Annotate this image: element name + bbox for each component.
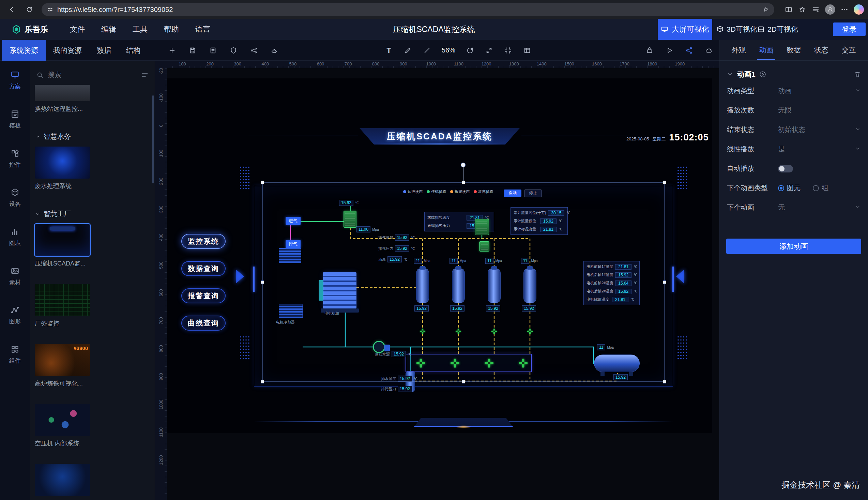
note-icon[interactable] [208, 46, 217, 55]
resource-thumbnail[interactable] [35, 224, 90, 256]
tab-数据[interactable]: 数据 [785, 40, 803, 60]
sidebar-item-设备[interactable]: 设备 [0, 178, 30, 217]
share-icon[interactable] [685, 46, 694, 55]
menu-item-3[interactable]: 帮助 [164, 24, 179, 34]
chevron-down-icon[interactable] [855, 146, 860, 153]
plus-icon[interactable] [168, 46, 176, 55]
chevron-down-icon[interactable] [855, 204, 860, 211]
fit-icon[interactable] [484, 46, 493, 55]
resource-thumbnail[interactable] [35, 464, 90, 496]
chevron-down-icon[interactable] [855, 126, 860, 133]
sidebar-item-组件[interactable]: 组件 [0, 335, 30, 374]
scada-menu-数据查询[interactable]: 数据查询 [181, 261, 226, 276]
sidebar-item-控件[interactable]: 控件 [0, 139, 30, 178]
tab-动画[interactable]: 动画 [757, 40, 775, 60]
menu-item-2[interactable]: 工具 [133, 24, 148, 34]
section-header-智慧水务[interactable]: 智慧水务 [35, 132, 155, 141]
tab-交互[interactable]: 交互 [840, 40, 858, 60]
add-animation-button[interactable]: 添加动画 [726, 239, 861, 254]
selection-rectangle[interactable] [262, 182, 664, 382]
more-icon[interactable] [840, 5, 849, 14]
tab-状态[interactable]: 状态 [812, 40, 831, 60]
scada-menu-曲线查询[interactable]: 曲线查询 [181, 316, 226, 331]
refresh-icon[interactable] [466, 46, 475, 55]
chevron-down-icon[interactable] [726, 70, 734, 78]
line-icon[interactable] [423, 46, 432, 55]
resource-thumbnail[interactable]: ¥3800 [35, 344, 90, 376]
delete-animation-icon[interactable] [854, 70, 861, 78]
shield-icon[interactable] [229, 46, 238, 55]
site-info-icon[interactable] [47, 7, 53, 13]
sidebar-item-图表[interactable]: 图表 [0, 217, 30, 257]
radio-option-图元[interactable]: 图元 [778, 183, 800, 193]
resource-item[interactable]: 厂务监控 [35, 284, 90, 328]
resource-thumbnail[interactable] [35, 147, 90, 179]
text-icon[interactable]: T [385, 46, 393, 55]
resource-tab-系统资源[interactable]: 系统资源 [2, 40, 46, 61]
selection-handle[interactable] [462, 380, 465, 384]
menu-item-1[interactable]: 编辑 [101, 24, 116, 34]
rotation-handle[interactable] [461, 162, 466, 167]
resource-thumbnail[interactable] [35, 404, 90, 436]
copilot-icon[interactable] [854, 4, 864, 15]
pen-icon[interactable] [403, 46, 412, 55]
viz-2d-button[interactable]: 2D可视化 [757, 19, 798, 40]
sidebar-item-素材[interactable]: 素材 [0, 257, 30, 296]
address-bar[interactable]: https://v.le5le.com/?r=1754377309052 [42, 3, 774, 16]
resource-tab-我的资源[interactable]: 我的资源 [46, 40, 89, 61]
resource-item[interactable]: 废水处理系统 [35, 147, 90, 190]
tab-外观[interactable]: 外观 [729, 40, 748, 60]
list-view-icon[interactable] [141, 71, 149, 79]
selection-handle[interactable] [261, 380, 264, 384]
resource-item[interactable]: 空压机 内部系统 [35, 404, 90, 447]
app-logo[interactable]: 乐吾乐 [12, 19, 48, 40]
resource-item[interactable]: 压缩机SCADA监... [35, 224, 90, 268]
bookmark-star-icon[interactable] [763, 7, 769, 13]
scada-menu-报警查询[interactable]: 报警查询 [181, 288, 226, 303]
sidebar-item-方案[interactable]: 方案 [0, 61, 30, 100]
lock-icon[interactable] [645, 46, 654, 55]
sidebar-item-图形[interactable]: 图形 [0, 296, 30, 335]
selection-handle[interactable] [261, 181, 264, 184]
play-animation-icon[interactable] [759, 70, 766, 78]
resource-thumbnail[interactable] [35, 85, 90, 101]
favbar-icon[interactable] [811, 5, 820, 14]
sidebar-item-模板[interactable]: 模板 [0, 100, 30, 139]
preview-icon[interactable] [665, 46, 674, 55]
radio-option-组[interactable]: 组 [813, 183, 829, 193]
cloud-icon[interactable] [705, 46, 713, 55]
auto-play-toggle[interactable] [778, 165, 793, 172]
star-icon[interactable] [798, 5, 807, 14]
scada-artboard[interactable]: 压缩机SCADA监控系统 2025-08-05 星期二 15:02:05 监控系… [167, 78, 712, 433]
zoom-level[interactable]: 56% [442, 46, 455, 54]
selection-handle[interactable] [261, 281, 264, 284]
menu-item-0[interactable]: 文件 [70, 24, 85, 34]
selection-handle[interactable] [663, 380, 666, 384]
table-icon[interactable] [523, 46, 532, 55]
chevron-down-icon[interactable] [855, 88, 860, 94]
menu-item-4[interactable]: 语言 [195, 24, 210, 34]
split-icon[interactable] [784, 5, 793, 14]
resource-item[interactable]: 废气治理 [35, 464, 90, 500]
big-screen-viz-button[interactable]: 大屏可视化 [658, 19, 712, 40]
selection-handle[interactable] [663, 281, 666, 284]
connect-icon[interactable] [250, 46, 258, 55]
profile-avatar[interactable] [825, 4, 835, 15]
resource-item-partial[interactable]: 换热站远程监控... [35, 85, 90, 113]
resource-item[interactable]: ¥3800高炉炼铁可视化... [35, 344, 90, 387]
browser-back-button[interactable] [5, 3, 18, 16]
selection-handle[interactable] [663, 181, 666, 184]
browser-reload-button[interactable] [23, 3, 35, 16]
viz-3d-button[interactable]: 3D可视化 [716, 19, 757, 40]
scada-menu-监控系统[interactable]: 监控系统 [181, 234, 226, 249]
search-bar[interactable]: 搜索 [36, 70, 149, 79]
login-button[interactable]: 登录 [833, 23, 866, 36]
save-icon[interactable] [188, 46, 197, 55]
scrollbar-thumb[interactable] [152, 95, 154, 183]
frame-icon[interactable] [504, 46, 513, 55]
resource-thumbnail[interactable] [35, 284, 90, 316]
resource-tab-结构[interactable]: 结构 [118, 40, 148, 61]
section-header-智慧工厂[interactable]: 智慧工厂 [35, 209, 155, 218]
canvas-area[interactable]: 1002003004005006007008009001000110012001… [155, 61, 719, 500]
selection-handle[interactable] [462, 181, 465, 184]
